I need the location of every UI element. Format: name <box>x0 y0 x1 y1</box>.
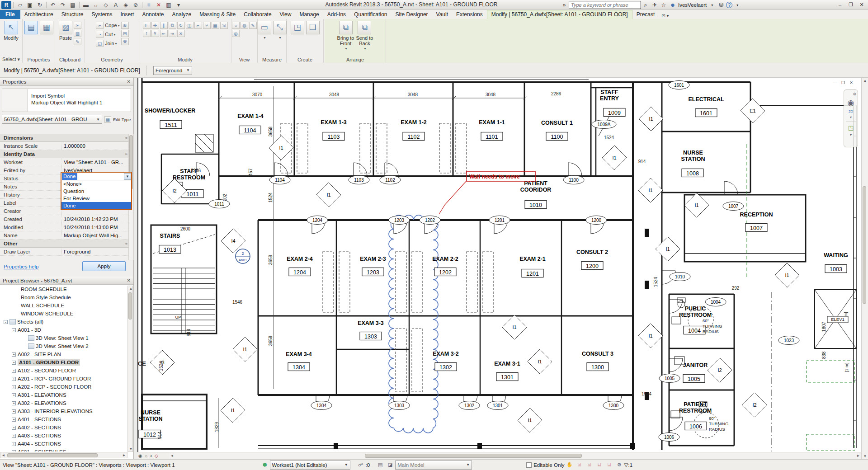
offset-icon[interactable]: ∥ <box>160 22 168 29</box>
cart-icon[interactable]: ⛁ <box>717 1 725 9</box>
browser-item-sheets-all-[interactable]: -Sheets (all) <box>0 318 127 326</box>
tab-structure[interactable]: Structure <box>57 10 88 19</box>
property-value[interactable]: 10/24/2018 1:43:00 PM <box>61 223 130 231</box>
property-row-dimensions[interactable]: Dimensions≈ <box>0 134 130 142</box>
close-button[interactable]: ✕ <box>856 0 867 9</box>
panel-label-select[interactable]: Select ▾ <box>0 56 22 62</box>
property-value[interactable]: 1.000000 <box>61 142 130 150</box>
property-row-modified[interactable]: Modified10/24/2018 1:43:00 PM <box>0 223 130 231</box>
browser-vscrollbar[interactable]: ▲ ▼ <box>127 286 133 452</box>
exclude-groups-icon[interactable]: ⍈ <box>605 461 613 469</box>
section-callout[interactable]: 2A601 <box>236 249 250 263</box>
create-legend-button[interactable]: ◳ <box>291 21 304 35</box>
canvas-hscrollbar[interactable]: ◄ ► <box>169 452 861 459</box>
cope-button[interactable]: ⌐Cope▾ <box>95 21 119 29</box>
browser-item-wall-schedule[interactable]: WALL SCHEDULE <box>0 301 127 310</box>
tab-massing-site[interactable]: Massing & Site <box>195 10 240 19</box>
browser-item-a301-elevations[interactable]: +A301 - ELEVATIONS <box>0 391 127 399</box>
active-workset-select[interactable]: Workset1 (Not Editable)▼ <box>270 461 350 470</box>
view-restore-icon[interactable]: ❐ <box>839 80 847 86</box>
editable-elements-icon[interactable]: ☍ <box>357 461 365 469</box>
browser-item-a001-3d[interactable]: -A001 - 3D <box>0 326 127 334</box>
tab-systems[interactable]: Systems <box>87 10 116 19</box>
measure-icon[interactable]: ▬ <box>81 1 90 9</box>
tab-analyze[interactable]: Analyze <box>168 10 195 19</box>
press-drag-icon[interactable]: ⚙ <box>615 461 623 469</box>
hide-icon[interactable]: ◍ <box>241 22 248 29</box>
browser-item-3d-view-sheet-view-1[interactable]: 3D View: Sheet View 1 <box>0 334 127 342</box>
status-option--none-[interactable]: <None> <box>61 180 131 188</box>
panel-label-modify[interactable]: Modify <box>139 57 231 62</box>
expand-icon[interactable]: + <box>12 393 16 397</box>
edit-pinned-icon[interactable]: ⍃ <box>576 461 584 469</box>
undo-icon[interactable]: ↶ <box>48 1 57 9</box>
save-icon[interactable]: ▣ <box>25 1 34 9</box>
browser-item-a102-second-floor[interactable]: +A102 - SECOND FLOOR <box>0 367 127 375</box>
crop-view-icon[interactable]: ◇ <box>155 453 158 458</box>
property-row-draw-layer[interactable]: Draw LayerForeground <box>0 248 130 256</box>
modify-tool-button[interactable]: ↖Modify <box>4 21 18 41</box>
exclude-options-icon[interactable]: ✋ <box>566 461 574 469</box>
draw-layer-select[interactable]: Foreground▼ <box>153 66 192 75</box>
status-field[interactable]: Done ▼ <box>61 173 131 180</box>
split-icon[interactable]: ⑂ <box>203 22 211 29</box>
favorites-icon[interactable]: ☆ <box>660 1 668 9</box>
tab-view[interactable]: View <box>276 10 296 19</box>
trim-extend-icon[interactable]: ⌐ <box>194 22 202 29</box>
exchange-apps-icon[interactable]: ✈ <box>651 1 659 9</box>
type-selector[interactable]: 56750_A.dwfx[Sheet: A101 - GROU▼ <box>2 115 102 124</box>
browser-item-a302-elevations[interactable]: +A302 - ELEVATIONS <box>0 399 127 407</box>
switch-windows-icon[interactable]: ▥ <box>164 1 173 9</box>
tab-quantification[interactable]: Quantification <box>350 10 391 19</box>
create-group-button[interactable]: ❏ <box>306 21 320 35</box>
property-row-instance-scale[interactable]: Instance Scale1.000000 <box>0 142 130 150</box>
section-icon[interactable]: ⊘ <box>131 1 140 9</box>
panel-label-create[interactable]: Create <box>287 57 323 62</box>
apply-button[interactable]: Apply <box>82 261 126 271</box>
canvas-vscrollbar[interactable]: ▲ ▼ <box>861 78 868 459</box>
browser-item-room-style-schedule[interactable]: Room Style Schedule <box>0 293 127 301</box>
browser-item-3d-view-sheet-view-2[interactable]: 3D View: Sheet View 2 <box>0 342 127 350</box>
move-icon[interactable]: ✢ <box>151 22 159 29</box>
align-left-icon[interactable]: ⇤ <box>160 30 168 37</box>
tab-file[interactable]: File <box>0 10 20 19</box>
measure-length-button[interactable]: ▭▾ <box>258 21 271 41</box>
pin-icon[interactable]: ⊺ <box>143 30 151 37</box>
expand-icon[interactable]: + <box>12 450 16 452</box>
thin-lines-icon[interactable]: ≡ <box>144 1 153 9</box>
expand-icon[interactable]: + <box>12 418 16 422</box>
properties-palette-button[interactable]: ▦ <box>40 21 53 35</box>
zoom-dropdown-icon[interactable]: ▾ <box>850 133 852 137</box>
design-option-select[interactable]: Main Model▼ <box>395 461 472 470</box>
expand-icon[interactable]: + <box>12 352 16 357</box>
send-to-back-button[interactable]: ⧉Send toBack▾ <box>356 21 373 52</box>
wall-joins-icon[interactable]: ≋ <box>121 22 129 29</box>
close-hidden-windows-icon[interactable]: ✕ <box>154 1 163 9</box>
browser-item-a101-ground-floor[interactable]: +A101 - GROUND FLOOR <box>0 358 127 367</box>
bring-to-front-button[interactable]: ⧉Bring toFront▾ <box>337 21 354 52</box>
copy-icon[interactable]: ⧉ <box>169 22 176 29</box>
collapse-icon[interactable]: - <box>12 328 16 332</box>
browser-item-a201-rcp-ground-floor[interactable]: +A201 - RCP- GROUND FLOOR <box>0 375 127 383</box>
tab-precast[interactable]: Precast <box>632 10 659 19</box>
tab-architecture[interactable]: Architecture <box>20 10 57 19</box>
exclude-links-icon[interactable]: ⍇ <box>595 461 604 469</box>
detail-level-icon[interactable]: ☼ <box>144 453 148 458</box>
panel-label-properties[interactable]: Properties <box>23 57 55 62</box>
expand-icon[interactable]: + <box>12 369 16 373</box>
visual-style-icon[interactable]: ◐ <box>150 453 153 458</box>
tab-manage[interactable]: Manage <box>295 10 323 19</box>
view-control-bar[interactable]: ◉ ☼ ◐ ◇ <box>137 452 169 459</box>
sync-with-central-icon[interactable]: ↻ <box>35 1 44 9</box>
search-icon[interactable]: ⌕ <box>642 1 650 9</box>
default-3d-view-icon[interactable]: ◈ <box>121 1 130 9</box>
sheet-view[interactable]: SHOWER/LOCKER1511EXAM 1-41104EXAM 1-3110… <box>138 78 862 452</box>
navigation-bar[interactable]: ⊗ ◉ 2D ▾ ◳ ▾ <box>844 89 858 147</box>
status-option-question[interactable]: Question <box>61 188 131 195</box>
align-right-icon[interactable]: ⇥ <box>169 30 176 37</box>
browser-item-a501-schedules[interactable]: +A501 - SCHEDULES <box>0 448 127 451</box>
text-icon[interactable]: A <box>111 1 120 9</box>
rotate-icon[interactable]: ↻ <box>177 22 185 29</box>
selection-filter-count[interactable]: ▽:1 <box>624 462 632 468</box>
revision-cloud[interactable] <box>389 215 438 433</box>
